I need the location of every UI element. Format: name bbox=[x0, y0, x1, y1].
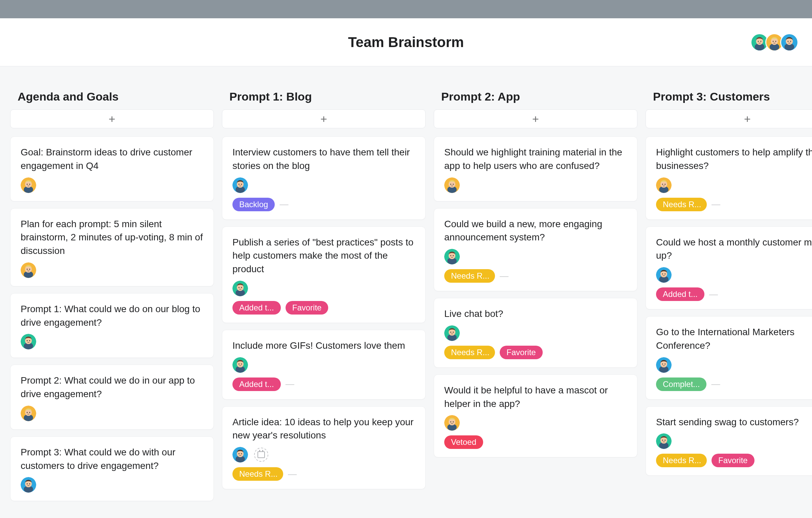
card-title: Prompt 3: What could we do with our cust… bbox=[21, 446, 203, 473]
column-title[interactable]: Prompt 3: Customers bbox=[646, 90, 812, 109]
task-card[interactable]: Prompt 2: What could we do in our app to… bbox=[10, 365, 214, 430]
add-card-button[interactable]: + bbox=[10, 109, 214, 128]
status-tag[interactable]: Added t... bbox=[232, 301, 281, 315]
due-date-icon[interactable] bbox=[254, 448, 268, 462]
task-card[interactable]: Prompt 1: What could we do on our blog t… bbox=[10, 293, 214, 358]
card-meta-row bbox=[444, 249, 627, 264]
assignee-avatar[interactable] bbox=[21, 406, 36, 421]
status-tag[interactable]: Needs R... bbox=[232, 467, 283, 481]
empty-tag-placeholder[interactable]: — bbox=[711, 379, 720, 389]
add-card-button[interactable]: + bbox=[222, 109, 426, 128]
status-tag[interactable]: Complet... bbox=[656, 377, 706, 391]
empty-tag-placeholder[interactable]: — bbox=[279, 199, 288, 210]
card-title: Goal: Brainstorm ideas to drive customer… bbox=[21, 146, 203, 173]
status-tag[interactable]: Vetoed bbox=[444, 435, 483, 449]
assignee-avatar[interactable] bbox=[21, 334, 36, 349]
task-card[interactable]: Interview customers to have them tell th… bbox=[222, 136, 426, 220]
svg-point-68 bbox=[450, 255, 451, 256]
assignee-avatar[interactable] bbox=[656, 177, 672, 193]
tag-row: Needs R...— bbox=[232, 467, 415, 481]
assignee-avatar[interactable] bbox=[21, 262, 36, 278]
status-tag[interactable]: Needs R... bbox=[444, 269, 495, 283]
status-tag[interactable]: Added t... bbox=[232, 377, 281, 391]
empty-tag-placeholder[interactable]: — bbox=[709, 289, 718, 300]
task-card[interactable]: Article idea: 10 ideas to help you keep … bbox=[222, 406, 426, 490]
card-meta-row bbox=[21, 406, 203, 421]
status-tag[interactable]: Added t... bbox=[656, 287, 704, 301]
empty-tag-placeholder[interactable]: — bbox=[500, 271, 509, 281]
add-card-button[interactable]: + bbox=[646, 109, 812, 128]
status-tag[interactable]: Needs R... bbox=[444, 346, 495, 359]
task-card[interactable]: Start sending swag to customers? Needs R… bbox=[646, 406, 812, 476]
header-avatar[interactable] bbox=[780, 33, 798, 51]
assignee-avatar[interactable] bbox=[656, 267, 672, 283]
card-meta-row bbox=[232, 447, 415, 462]
assignee-avatar[interactable] bbox=[232, 447, 248, 462]
svg-point-78 bbox=[450, 422, 451, 423]
task-card[interactable]: Plan for each prompt: 5 min silent brain… bbox=[10, 208, 214, 286]
assignee-avatar[interactable] bbox=[21, 177, 36, 193]
tag-row: Added t...Favorite bbox=[232, 301, 415, 315]
column-title[interactable]: Prompt 2: App bbox=[434, 90, 637, 109]
assignee-avatar[interactable] bbox=[232, 177, 248, 193]
card-meta-row bbox=[656, 267, 812, 283]
status-tag[interactable]: Needs R... bbox=[656, 198, 707, 211]
status-tag[interactable]: Favorite bbox=[286, 301, 329, 315]
empty-tag-placeholder[interactable]: — bbox=[286, 379, 294, 389]
assignee-avatar[interactable] bbox=[444, 415, 460, 431]
add-card-button[interactable]: + bbox=[434, 109, 637, 128]
assignee-avatar[interactable] bbox=[656, 357, 672, 373]
card-title: Go to the International Marketers Confer… bbox=[656, 325, 812, 352]
task-card[interactable]: Publish a series of "best practices" pos… bbox=[222, 226, 426, 323]
svg-point-39 bbox=[29, 483, 30, 484]
svg-point-13 bbox=[788, 41, 789, 42]
assignee-avatar[interactable] bbox=[232, 281, 248, 296]
svg-point-79 bbox=[453, 422, 454, 423]
svg-point-38 bbox=[27, 483, 28, 484]
status-tag[interactable]: Backlog bbox=[232, 198, 275, 211]
column-title[interactable]: Agenda and Goals bbox=[10, 90, 214, 109]
svg-point-63 bbox=[450, 184, 451, 185]
svg-point-9 bbox=[775, 41, 776, 42]
assignee-avatar[interactable] bbox=[444, 177, 460, 193]
status-tag[interactable]: Favorite bbox=[712, 454, 754, 467]
task-card[interactable]: Could we host a monthly customer meet up… bbox=[646, 226, 812, 310]
task-card[interactable]: Highlight customers to help amplify thei… bbox=[646, 136, 812, 220]
svg-point-89 bbox=[664, 274, 666, 275]
svg-point-43 bbox=[239, 184, 240, 185]
svg-point-84 bbox=[664, 184, 666, 185]
task-card[interactable]: Would it be helpful to have a mascot or … bbox=[434, 374, 637, 458]
svg-point-83 bbox=[662, 184, 663, 185]
card-title: Highlight customers to help amplify thei… bbox=[656, 146, 812, 173]
svg-point-29 bbox=[29, 340, 30, 341]
task-card[interactable]: Goal: Brainstorm ideas to drive customer… bbox=[10, 136, 214, 201]
assignee-avatar[interactable] bbox=[21, 477, 36, 493]
assignee-avatar[interactable] bbox=[444, 249, 460, 264]
assignee-avatar[interactable] bbox=[444, 325, 460, 341]
empty-tag-placeholder[interactable]: — bbox=[712, 199, 720, 210]
status-tag[interactable]: Needs R... bbox=[656, 454, 707, 467]
card-title: Start sending swag to customers? bbox=[656, 415, 812, 429]
task-card[interactable]: Go to the International Marketers Confer… bbox=[646, 316, 812, 400]
assignee-avatar[interactable] bbox=[656, 433, 672, 449]
svg-point-34 bbox=[29, 412, 30, 413]
task-card[interactable]: Include more GIFs! Customers love them A… bbox=[222, 330, 426, 400]
empty-tag-placeholder[interactable]: — bbox=[288, 469, 297, 479]
task-card[interactable]: Could we build a new, more engaging anno… bbox=[434, 208, 637, 292]
svg-point-23 bbox=[27, 269, 28, 270]
window-chrome-strip bbox=[0, 0, 812, 18]
plus-icon: + bbox=[532, 113, 539, 125]
task-card[interactable]: Prompt 3: What could we do with our cust… bbox=[10, 436, 214, 501]
task-card[interactable]: Live chat bot? Needs R...Favorite bbox=[434, 298, 637, 368]
task-card[interactable]: Should we highlight training material in… bbox=[434, 136, 637, 201]
card-title: Prompt 2: What could we do in our app to… bbox=[21, 374, 203, 401]
svg-point-94 bbox=[664, 363, 666, 364]
assignee-avatar[interactable] bbox=[232, 357, 248, 373]
card-title: Should we highlight training material in… bbox=[444, 146, 627, 173]
status-tag[interactable]: Favorite bbox=[500, 346, 543, 359]
tag-row: Complet...— bbox=[656, 377, 812, 391]
card-meta-row bbox=[444, 415, 627, 431]
card-title: Prompt 1: What could we do on our blog t… bbox=[21, 302, 203, 329]
column-title[interactable]: Prompt 1: Blog bbox=[222, 90, 426, 109]
header-avatar-group[interactable] bbox=[754, 33, 798, 51]
